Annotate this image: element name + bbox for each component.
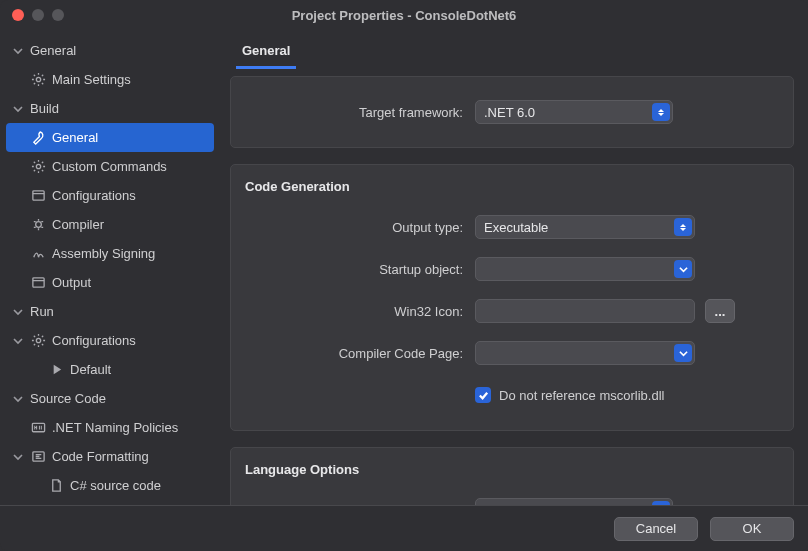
svg-rect-2: [32, 191, 43, 200]
svg-point-0: [36, 77, 40, 81]
chevron-down-icon: [12, 393, 24, 405]
panel-code-generation: Code Generation Output type: Executable …: [230, 164, 794, 431]
signature-icon: [30, 246, 46, 262]
sidebar-item-csharp-source[interactable]: C# source code: [6, 471, 214, 500]
abc-icon: [30, 420, 46, 436]
compiler-code-page-label: Compiler Code Page:: [245, 346, 475, 361]
csharp-version-select[interactable]: Default: [475, 498, 673, 505]
sidebar-item-label: Main Settings: [52, 72, 131, 87]
file-icon: [48, 478, 64, 494]
startup-object-select[interactable]: [475, 257, 695, 281]
tab-bar: General: [226, 36, 798, 68]
sidebar: General Main Settings Build General Cust…: [0, 30, 220, 505]
sidebar-item-label: Configurations: [52, 188, 136, 203]
sidebar-item-run-configurations[interactable]: Configurations: [6, 326, 214, 355]
chevron-down-icon: [12, 451, 24, 463]
sidebar-item-code-formatting[interactable]: Code Formatting: [6, 442, 214, 471]
dialog-footer: Cancel OK: [0, 505, 808, 551]
sidebar-item-label: Compiler: [52, 217, 104, 232]
window-icon: [30, 275, 46, 291]
cancel-button[interactable]: Cancel: [614, 517, 698, 541]
dropdown-icon: [674, 218, 692, 236]
sidebar-item-main-settings[interactable]: Main Settings: [6, 65, 214, 94]
dropdown-icon: [674, 344, 692, 362]
sidebar-item-compiler[interactable]: Compiler: [6, 210, 214, 239]
target-framework-label: Target framework:: [245, 105, 475, 120]
sidebar-item-custom-commands[interactable]: Custom Commands: [6, 152, 214, 181]
gear-icon: [30, 72, 46, 88]
sidebar-item-label: Configurations: [52, 333, 136, 348]
sidebar-item-label: .NET Naming Policies: [52, 420, 178, 435]
wrench-icon: [30, 130, 46, 146]
sidebar-label: Source Code: [30, 391, 106, 406]
output-type-label: Output type:: [245, 220, 475, 235]
gear-icon: [30, 159, 46, 175]
dropdown-icon: [652, 103, 670, 121]
startup-object-label: Startup object:: [245, 262, 475, 277]
sidebar-item-assembly-signing[interactable]: Assembly Signing: [6, 239, 214, 268]
chevron-down-icon: [12, 103, 24, 115]
close-window-button[interactable]: [12, 9, 24, 21]
gear-icon: [30, 333, 46, 349]
checkbox-checked-icon: [475, 387, 491, 403]
sidebar-item-label: Output: [52, 275, 91, 290]
browse-button[interactable]: ...: [705, 299, 735, 323]
chevron-down-icon: [12, 45, 24, 57]
sidebar-item-label: Custom Commands: [52, 159, 167, 174]
win32-icon-input[interactable]: [475, 299, 695, 323]
panel-title: Code Generation: [245, 179, 779, 194]
panel-target-framework: Target framework: .NET 6.0: [230, 76, 794, 148]
sidebar-item-run-default[interactable]: Default: [6, 355, 214, 384]
zoom-window-button[interactable]: [52, 9, 64, 21]
window-icon: [30, 188, 46, 204]
svg-point-3: [35, 222, 41, 228]
sidebar-item-build-general[interactable]: General: [6, 123, 214, 152]
sidebar-group-run[interactable]: Run: [6, 297, 214, 326]
sidebar-item-label: Code Formatting: [52, 449, 149, 464]
panel-title: Language Options: [245, 462, 779, 477]
checkbox-label: Do not reference mscorlib.dll: [499, 388, 664, 403]
sidebar-item-label: Default: [70, 362, 111, 377]
window-title: Project Properties - ConsoleDotNet6: [0, 8, 808, 23]
sidebar-item-configurations[interactable]: Configurations: [6, 181, 214, 210]
content-area: General Target framework: .NET 6.0 Code …: [220, 30, 808, 505]
svg-point-1: [36, 164, 40, 168]
chevron-down-icon: [12, 335, 24, 347]
sidebar-group-general[interactable]: General: [6, 36, 214, 65]
compiler-icon: [30, 217, 46, 233]
select-value: Executable: [484, 220, 548, 235]
titlebar: Project Properties - ConsoleDotNet6: [0, 0, 808, 30]
sidebar-item-label: C# source code: [70, 478, 161, 493]
play-icon: [48, 362, 64, 378]
tab-general[interactable]: General: [236, 35, 296, 69]
chevron-down-icon: [12, 306, 24, 318]
sidebar-item-label: General: [52, 130, 98, 145]
sidebar-group-source-code[interactable]: Source Code: [6, 384, 214, 413]
sidebar-label: Run: [30, 304, 54, 319]
win32-icon-label: Win32 Icon:: [245, 304, 475, 319]
ok-button[interactable]: OK: [710, 517, 794, 541]
format-icon: [30, 449, 46, 465]
select-value: .NET 6.0: [484, 105, 535, 120]
target-framework-select[interactable]: .NET 6.0: [475, 100, 673, 124]
no-mscorlib-checkbox[interactable]: Do not reference mscorlib.dll: [475, 387, 664, 403]
svg-rect-4: [32, 278, 43, 287]
window-controls: [12, 9, 64, 21]
minimize-window-button[interactable]: [32, 9, 44, 21]
sidebar-item-output[interactable]: Output: [6, 268, 214, 297]
sidebar-group-build[interactable]: Build: [6, 94, 214, 123]
sidebar-item-net-naming-policies[interactable]: .NET Naming Policies: [6, 413, 214, 442]
compiler-code-page-select[interactable]: [475, 341, 695, 365]
panel-language-options: Language Options C# version: Default: [230, 447, 794, 505]
sidebar-label: General: [30, 43, 76, 58]
output-type-select[interactable]: Executable: [475, 215, 695, 239]
dropdown-icon: [674, 260, 692, 278]
sidebar-label: Build: [30, 101, 59, 116]
svg-point-5: [36, 338, 40, 342]
sidebar-item-label: Assembly Signing: [52, 246, 155, 261]
